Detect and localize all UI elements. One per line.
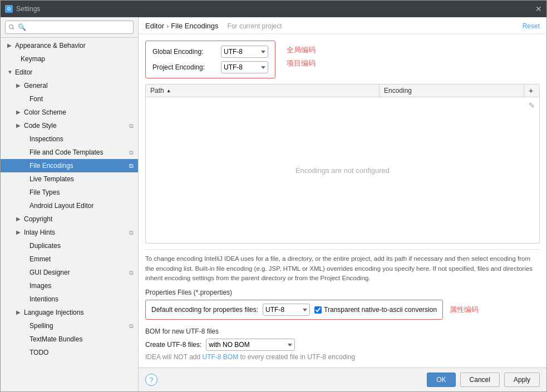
- expand-arrow: ▼: [7, 67, 13, 77]
- copy-icon: ⧉: [129, 227, 134, 237]
- sidebar-item-label: Emmet: [29, 254, 51, 264]
- props-row-wrapper: Default encoding for properties files: U…: [145, 300, 540, 320]
- sidebar-item-label: File and Code Templates: [29, 147, 104, 157]
- global-encoding-select[interactable]: UTF-8 UTF-16 ISO-8859-1: [221, 46, 268, 58]
- table-body: Encodings are not configured ✎: [146, 97, 539, 243]
- global-encoding-annotation: 全局编码: [287, 45, 316, 55]
- sidebar-item-label: Language Injections: [24, 307, 83, 317]
- sidebar-item-textmate-bundles[interactable]: TextMate Bundles: [1, 333, 138, 346]
- help-button[interactable]: ?: [145, 374, 157, 386]
- sidebar-item-emmet[interactable]: Emmet: [1, 252, 138, 266]
- sidebar-item-label: GUI Designer: [29, 267, 70, 277]
- sidebar-item-intentions[interactable]: Intentions: [1, 292, 138, 306]
- transparent-conversion-checkbox[interactable]: [314, 306, 322, 314]
- sidebar-item-label: TextMate Bundles: [29, 334, 82, 344]
- sidebar-item-label: Duplicates: [29, 241, 61, 251]
- sidebar-item-language-injections[interactable]: ▶ Language Injections: [1, 306, 138, 319]
- expand-arrow: ▶: [16, 121, 22, 131]
- sidebar-item-file-encodings[interactable]: File Encodings ⧉: [1, 159, 138, 172]
- app-icon: ⚙: [5, 5, 13, 13]
- copy-icon: ⧉: [129, 267, 134, 277]
- encoding-container: Global Encoding: UTF-8 UTF-16 ISO-8859-1…: [145, 41, 540, 78]
- sidebar-item-label: Live Templates: [29, 174, 74, 184]
- global-encoding-label: Global Encoding:: [152, 48, 216, 56]
- sidebar-item-keymap[interactable]: Keymap: [1, 52, 138, 66]
- sidebar-item-general[interactable]: ▶ General: [1, 79, 138, 92]
- project-encoding-label: Project Encoding:: [152, 63, 216, 71]
- expand-arrow: ▶: [16, 227, 22, 237]
- sidebar-item-copyright[interactable]: ▶ Copyright: [1, 212, 138, 226]
- table-header-row: Path ▲ Encoding +: [146, 85, 539, 97]
- sidebar-item-file-types[interactable]: File Types: [1, 186, 138, 199]
- breadcrumb-current: File Encodings: [171, 22, 218, 30]
- properties-annotation: 属性编码: [450, 305, 479, 315]
- properties-encoding-select[interactable]: UTF-8 UTF-16 ISO-8859-1: [263, 304, 310, 316]
- sidebar-item-appearance-behavior[interactable]: ▶ Appearance & Behavior: [1, 39, 138, 52]
- sidebar-item-label: Inlay Hints: [24, 227, 55, 237]
- sidebar-item-duplicates[interactable]: Duplicates: [1, 239, 138, 252]
- sidebar-item-label: File Types: [29, 187, 60, 197]
- sidebar-item-label: Code Style: [24, 121, 57, 131]
- expand-arrow: ▶: [16, 214, 22, 224]
- table-header: Path ▲ Encoding +: [146, 85, 539, 97]
- title-bar-left: ⚙ Settings: [5, 5, 40, 13]
- bom-label: Create UTF-8 files:: [145, 341, 201, 349]
- sidebar: ▶ Appearance & Behavior Keymap ▼ Editor …: [1, 17, 139, 391]
- sidebar-item-android-layout-editor[interactable]: Android Layout Editor: [1, 199, 138, 212]
- copy-icon: ⧉: [129, 121, 134, 131]
- sidebar-item-label: TODO: [29, 348, 48, 358]
- bom-note-link: UTF-8 BOM: [202, 353, 238, 361]
- sidebar-item-images[interactable]: Images: [1, 279, 138, 292]
- sidebar-item-spelling[interactable]: Spelling ⧉: [1, 319, 138, 333]
- add-encoding-button[interactable]: +: [524, 85, 538, 97]
- cancel-button[interactable]: Cancel: [460, 373, 500, 387]
- properties-box: Default encoding for properties files: U…: [145, 300, 443, 320]
- sidebar-item-file-code-templates[interactable]: File and Code Templates ⧉: [1, 146, 138, 159]
- breadcrumb: Editor › File Encodings: [145, 22, 219, 30]
- dialog-body: ▶ Appearance & Behavior Keymap ▼ Editor …: [1, 17, 546, 391]
- sidebar-item-editor[interactable]: ▼ Editor: [1, 66, 138, 79]
- properties-section: Properties Files (*.properties) Default …: [145, 289, 540, 320]
- project-encoding-row: Project Encoding: UTF-8 UTF-16 ISO-8859-…: [152, 61, 268, 73]
- sidebar-item-inspections[interactable]: Inspections: [1, 132, 138, 146]
- bom-section: BOM for new UTF-8 files Create UTF-8 fil…: [145, 328, 540, 361]
- sidebar-item-todo[interactable]: TODO: [1, 346, 138, 359]
- footer-left: ?: [145, 374, 157, 386]
- window-title: Settings: [16, 5, 40, 13]
- sidebar-item-color-scheme[interactable]: ▶ Color Scheme: [1, 106, 138, 119]
- ok-button[interactable]: OK: [427, 373, 455, 387]
- project-encoding-annotation: 项目编码: [287, 58, 316, 68]
- transparent-conversion-label[interactable]: Transparent native-to-ascii conversion: [314, 306, 437, 314]
- sidebar-item-code-style[interactable]: ▶ Code Style ⧉: [1, 119, 138, 132]
- copy-icon: ⧉: [129, 321, 134, 331]
- sidebar-item-label: Editor: [15, 67, 32, 77]
- sidebar-item-live-templates[interactable]: Live Templates: [1, 172, 138, 186]
- sort-arrow: ▲: [166, 88, 171, 93]
- sidebar-item-inlay-hints[interactable]: ▶ Inlay Hints ⧉: [1, 226, 138, 239]
- for-project-label: For current project: [228, 22, 282, 30]
- expand-arrow: ▶: [16, 81, 22, 91]
- breadcrumb-parent: Editor: [145, 22, 164, 30]
- encoding-box: Global Encoding: UTF-8 UTF-16 ISO-8859-1…: [145, 41, 275, 78]
- sidebar-item-label: General: [24, 81, 48, 91]
- bom-section-title: BOM for new UTF-8 files: [145, 328, 540, 335]
- edit-button[interactable]: ✎: [526, 100, 537, 111]
- sidebar-item-label: Images: [29, 281, 51, 291]
- bom-row: Create UTF-8 files: with NO BOM with BOM: [145, 339, 540, 351]
- sidebar-item-label: Spelling: [29, 321, 53, 331]
- reset-button[interactable]: Reset: [523, 22, 540, 30]
- project-encoding-select[interactable]: UTF-8 UTF-16 ISO-8859-1: [221, 61, 268, 73]
- sidebar-item-label: Appearance & Behavior: [15, 41, 86, 51]
- sidebar-item-font[interactable]: Font: [1, 92, 138, 106]
- bom-select[interactable]: with NO BOM with BOM: [206, 339, 295, 351]
- sidebar-item-gui-designer[interactable]: GUI Designer ⧉: [1, 266, 138, 279]
- search-input[interactable]: [5, 21, 134, 34]
- col-encoding: Encoding: [379, 85, 524, 97]
- search-box: [1, 17, 138, 38]
- title-bar: ⚙ Settings ✕: [1, 1, 546, 17]
- apply-button[interactable]: Apply: [504, 373, 540, 387]
- close-button[interactable]: ✕: [535, 4, 542, 13]
- bom-note: IDEA will NOT add UTF-8 BOM to every cre…: [145, 353, 540, 361]
- dialog-footer: ? OK Cancel Apply: [139, 368, 546, 391]
- expand-arrow: ▶: [16, 107, 22, 117]
